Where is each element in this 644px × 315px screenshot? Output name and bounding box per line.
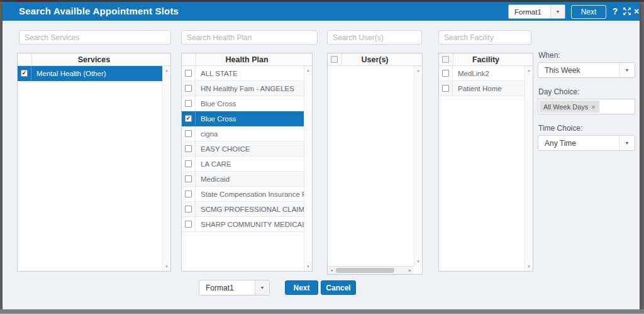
search-facility-input[interactable]	[438, 30, 531, 45]
time-choice-select-arrow[interactable]: ▼	[619, 136, 635, 150]
remove-tag-icon[interactable]: ×	[591, 103, 595, 111]
vertical-scrollbar[interactable]: ▲ ▼	[414, 66, 422, 266]
health-row[interactable]: Blue Cross	[182, 96, 304, 111]
health-row[interactable]: SHARP COMMUNITY MEDICAL ...	[182, 217, 304, 232]
next-button[interactable]: Next	[285, 280, 318, 295]
vertical-scrollbar[interactable]: ▲ ▼	[304, 66, 312, 271]
dialog-titlebar: Search Availble Appointment Slots Format…	[3, 2, 640, 21]
checkbox-cell	[182, 172, 196, 186]
scroll-left-icon[interactable]: ◄	[328, 267, 335, 274]
day-choice-tag: All Week Days×	[540, 101, 599, 113]
services-row[interactable]: ✓Mental Health (Other)	[18, 66, 162, 81]
time-choice-select[interactable]: Any Time ▼	[538, 135, 635, 151]
row-checkbox[interactable]: ✓	[185, 115, 192, 122]
when-select-arrow[interactable]: ▼	[619, 63, 635, 77]
row-checkbox[interactable]	[185, 175, 192, 182]
vertical-scrollbar[interactable]: ▲ ▼	[162, 66, 170, 271]
row-checkbox[interactable]	[185, 221, 192, 228]
checkbox-cell	[182, 96, 196, 111]
row-label: Medicaid	[196, 175, 304, 183]
scroll-up-icon[interactable]: ▲	[304, 67, 312, 74]
checkbox-cell	[182, 126, 196, 141]
row-label: SHARP COMMUNITY MEDICAL ...	[196, 221, 304, 228]
health-row[interactable]: LA CARE	[182, 157, 304, 172]
health-row[interactable]: EASY CHOICE	[182, 141, 304, 157]
row-checkbox[interactable]	[185, 206, 192, 213]
row-checkbox[interactable]	[442, 85, 449, 92]
when-select[interactable]: This Week ▼	[538, 62, 635, 78]
row-checkbox[interactable]	[442, 70, 449, 77]
scroll-down-icon[interactable]: ▼	[163, 263, 170, 270]
health-plan-panel-title: Health Plan	[182, 53, 312, 66]
search-appointment-slots-dialog: Search Availble Appointment Slots Format…	[3, 2, 640, 309]
checkbox-cell	[439, 66, 453, 80]
health-plan-panel: Health Plan ALL STATEHN Healthy Fam - AN…	[181, 53, 313, 272]
row-checkbox[interactable]: ✓	[21, 70, 28, 77]
horizontal-scrollbar[interactable]: ◄ ►	[328, 266, 414, 274]
close-icon[interactable]: ×	[631, 2, 641, 21]
facility-row[interactable]: MedLink2	[439, 66, 525, 81]
checkbox-cell	[182, 157, 196, 171]
day-choice-input[interactable]: All Week Days×	[538, 99, 635, 114]
row-label: cigna	[196, 130, 304, 138]
scroll-right-icon[interactable]: ►	[406, 267, 414, 274]
cancel-button[interactable]: Cancel	[321, 280, 356, 295]
row-label: Patient Home	[453, 85, 525, 92]
vertical-scrollbar[interactable]: ▲ ▼	[525, 66, 533, 271]
row-label: SCMG PROFESSIONAL CLAIMS	[196, 206, 304, 213]
chevron-down-icon: ▼	[556, 9, 560, 14]
health-row[interactable]: Medicaid	[182, 172, 304, 187]
column-divider	[341, 53, 342, 65]
health-row[interactable]: cigna	[182, 126, 304, 141]
row-checkbox[interactable]	[185, 100, 192, 107]
scroll-up-icon[interactable]: ▲	[163, 67, 170, 74]
search-health-plan-input[interactable]	[181, 30, 318, 45]
checkbox-cell: ✓	[182, 111, 196, 126]
chevron-down-icon: ▼	[625, 68, 630, 72]
health-row[interactable]: SCMG PROFESSIONAL CLAIMS	[182, 202, 304, 217]
filter-sidebar: When: This Week ▼ Day Choice: All Week D…	[538, 51, 635, 160]
row-label: LA CARE	[196, 160, 304, 168]
row-label: HN Healthy Fam - ANGELES	[196, 85, 304, 92]
format-select-footer[interactable]: Format1 ▼	[199, 280, 270, 296]
health-row[interactable]: ALL STATE	[182, 66, 304, 81]
health-row[interactable]: HN Healthy Fam - ANGELES	[182, 81, 304, 96]
search-users-input[interactable]	[327, 30, 422, 45]
scroll-up-icon[interactable]: ▲	[525, 67, 533, 74]
scroll-down-icon[interactable]: ▼	[414, 258, 422, 265]
row-label: Blue Cross	[196, 115, 304, 123]
format-select-footer-arrow[interactable]: ▼	[255, 280, 269, 295]
row-checkbox[interactable]	[185, 191, 192, 197]
row-checkbox[interactable]	[185, 85, 192, 92]
checkbox-cell	[182, 141, 196, 156]
search-services-input[interactable]	[19, 30, 171, 45]
users-panel: User(s) ▲ ▼ ◄ ►	[327, 53, 423, 275]
day-choice-label: Day Choice:	[538, 87, 635, 96]
row-checkbox[interactable]	[185, 160, 192, 167]
checkbox-cell	[439, 81, 453, 96]
scroll-down-icon[interactable]: ▼	[525, 263, 533, 270]
horizontal-scrollbar-thumb[interactable]	[336, 268, 394, 273]
scrollbar-corner	[414, 266, 422, 274]
services-panel-header: Services	[18, 53, 170, 66]
facility-row[interactable]: Patient Home	[439, 81, 525, 96]
scroll-up-icon[interactable]: ▲	[414, 67, 422, 74]
users-panel-header: User(s)	[328, 53, 422, 66]
when-label: When:	[538, 51, 635, 60]
checkbox-cell	[182, 202, 196, 216]
column-divider	[196, 53, 196, 65]
row-checkbox[interactable]	[185, 70, 192, 77]
row-checkbox[interactable]	[185, 130, 192, 137]
checkbox-cell	[182, 81, 196, 96]
time-choice-select-value: Any Time	[538, 139, 619, 148]
row-checkbox[interactable]	[185, 145, 192, 152]
health-row[interactable]: ✓Blue Cross	[182, 111, 304, 126]
health-row[interactable]: State Compensation Insurance Fund	[182, 187, 304, 202]
column-divider	[453, 53, 453, 65]
chevron-down-icon: ▼	[260, 285, 265, 290]
format-select-header-arrow[interactable]: ▼	[550, 5, 565, 18]
help-icon[interactable]: ?	[610, 2, 620, 21]
scroll-down-icon[interactable]: ▼	[304, 263, 312, 270]
format-select-header[interactable]: Format1 ▼	[508, 4, 565, 19]
next-button-header[interactable]: Next	[571, 5, 606, 19]
